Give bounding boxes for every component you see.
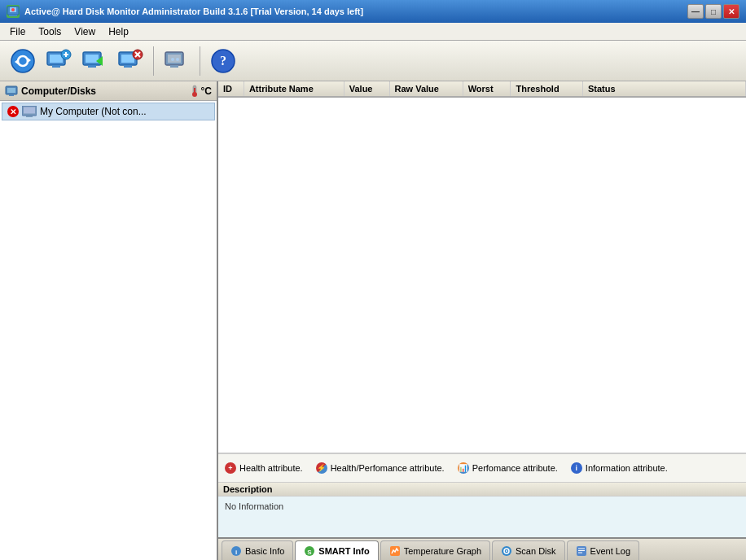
minimize-button[interactable]: —: [687, 4, 704, 19]
legend-info: i Information attribute.: [571, 462, 668, 474]
scan-disk-tab-icon: [501, 545, 512, 557]
svg-text:?: ?: [220, 54, 226, 68]
add-computer-button[interactable]: [42, 45, 75, 77]
tab-scan-disk[interactable]: Scan Disk: [492, 540, 565, 560]
tab-event-log[interactable]: Event Log: [567, 540, 640, 560]
legend-area: + Health attribute. ⚡ Health/Perfomance …: [218, 453, 746, 483]
svg-rect-15: [88, 65, 96, 68]
col-attr-name: Attribute Name: [244, 81, 344, 97]
left-panel: Computer/Disks °C ✕ My Computer (Not con…: [0, 81, 218, 560]
title-bar: Active@ Hard Disk Monitor Administrator …: [0, 0, 746, 23]
tree-item-my-computer[interactable]: ✕ My Computer (Not con...: [2, 103, 215, 120]
tabs-bar: i Basic Info S SMART Info Temperature Gr…: [218, 537, 746, 560]
window-controls: — □ ✕: [687, 4, 739, 19]
right-panel: ID Attribute Name Value Raw Value Worst …: [218, 81, 746, 560]
computer-tree[interactable]: ✕ My Computer (Not con...: [0, 101, 217, 560]
legend-health: + Health attribute.: [225, 462, 303, 474]
main-container: Computer/Disks °C ✕ My Computer (Not con…: [0, 81, 746, 560]
computer-icon: [22, 106, 37, 117]
health-icon: +: [225, 462, 236, 474]
svg-rect-24: [170, 65, 178, 68]
toolbar-separator-2: [200, 46, 200, 76]
col-threshold: Threshold: [511, 81, 583, 97]
menu-help[interactable]: Help: [102, 24, 135, 39]
tab-smart-info[interactable]: S SMART Info: [295, 540, 378, 560]
svg-rect-37: [26, 116, 33, 117]
col-status: Status: [583, 81, 746, 97]
legend-perf: 📊 Perfomance attribute.: [458, 462, 558, 474]
svg-point-3: [11, 8, 15, 11]
perf-icon: 📊: [458, 462, 469, 474]
menu-tools[interactable]: Tools: [32, 24, 68, 39]
health-perf-icon: ⚡: [316, 462, 327, 474]
col-id: ID: [218, 81, 244, 97]
window-title: Active@ Hard Disk Monitor Administrator …: [24, 7, 687, 16]
svg-point-26: [176, 58, 179, 61]
left-panel-title: Computer/Disks: [21, 85, 96, 97]
tab-temp-graph[interactable]: Temperature Graph: [380, 540, 490, 560]
disconnect-button[interactable]: [114, 45, 147, 77]
basic-info-tab-icon: i: [230, 545, 242, 557]
app-icon: [7, 5, 20, 18]
svg-rect-17: [121, 55, 134, 63]
svg-rect-14: [86, 55, 99, 63]
thermometer-icon: [190, 85, 200, 98]
tab-basic-info[interactable]: i Basic Info: [222, 540, 293, 560]
tab-smart-info-label: SMART Info: [318, 546, 369, 556]
close-button[interactable]: ✕: [723, 4, 739, 19]
svg-text:S: S: [308, 549, 313, 556]
computer-list-icon: [5, 85, 18, 98]
smart-table: ID Attribute Name Value Raw Value Worst …: [218, 81, 746, 98]
svg-rect-18: [124, 65, 132, 68]
menu-view[interactable]: View: [68, 24, 102, 39]
svg-text:i: i: [235, 549, 237, 556]
description-content: No Information: [218, 497, 746, 537]
svg-point-4: [11, 50, 34, 72]
temp-unit: °C: [201, 85, 212, 97]
temp-graph-tab-icon: [389, 545, 401, 557]
legend-health-perf: ⚡ Health/Perfomance attribute.: [316, 462, 445, 474]
legend-info-label: Information attribute.: [586, 463, 668, 473]
menu-file[interactable]: File: [3, 24, 32, 39]
description-area: Description No Information: [218, 483, 746, 537]
settings-button[interactable]: [160, 45, 193, 77]
svg-rect-9: [52, 65, 60, 68]
info-icon: i: [571, 462, 582, 474]
connect-button[interactable]: [78, 45, 111, 77]
col-raw-value: Raw Value: [389, 81, 463, 97]
svg-point-25: [171, 58, 174, 61]
event-log-tab-icon: [576, 545, 587, 557]
left-panel-header: Computer/Disks °C: [0, 81, 217, 101]
maximize-button[interactable]: □: [705, 4, 722, 19]
svg-rect-30: [7, 88, 15, 93]
error-badge-icon: ✕: [7, 106, 19, 117]
toolbar: ?: [0, 41, 746, 81]
svg-rect-31: [9, 94, 14, 96]
smart-table-area[interactable]: ID Attribute Name Value Raw Value Worst …: [218, 81, 746, 453]
svg-rect-8: [50, 55, 63, 63]
table-header-row: ID Attribute Name Value Raw Value Worst …: [218, 81, 746, 97]
tab-event-log-label: Event Log: [590, 546, 631, 556]
legend-perf-label: Perfomance attribute.: [472, 463, 558, 473]
temp-unit-area: °C: [190, 85, 212, 98]
legend-health-label: Health attribute.: [239, 463, 303, 473]
svg-rect-1: [9, 15, 17, 16]
col-value: Value: [344, 81, 389, 97]
legend-health-perf-label: Health/Perfomance attribute.: [331, 463, 445, 473]
svg-rect-36: [24, 107, 35, 114]
refresh-button[interactable]: [7, 45, 39, 77]
svg-point-45: [506, 550, 507, 552]
tab-temp-graph-label: Temperature Graph: [404, 546, 481, 556]
svg-rect-34: [194, 88, 195, 94]
toolbar-separator: [153, 46, 154, 76]
help-button[interactable]: ?: [207, 45, 239, 77]
menu-bar: File Tools View Help: [0, 23, 746, 41]
description-header: Description: [218, 483, 746, 497]
tab-basic-info-label: Basic Info: [245, 546, 284, 556]
smart-info-tab-icon: S: [304, 545, 315, 557]
col-worst: Worst: [463, 81, 511, 97]
tree-item-label: My Computer (Not con...: [40, 106, 147, 117]
tab-scan-disk-label: Scan Disk: [516, 546, 556, 556]
